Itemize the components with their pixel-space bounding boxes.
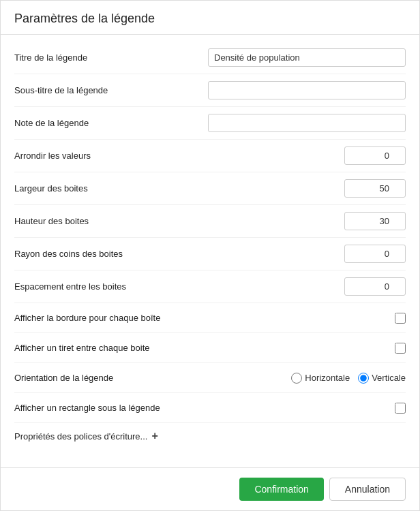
font-properties-row: Propriétés des polices d'écriture... + bbox=[14, 423, 406, 449]
radio-label-horizontale[interactable]: Horizontale bbox=[291, 373, 350, 384]
font-properties-plus[interactable]: + bbox=[151, 430, 158, 442]
radio-label-verticale[interactable]: Verticale bbox=[358, 373, 406, 384]
form-row-espacement: Espacement entre les boites bbox=[14, 270, 406, 303]
form-row-rayon: Rayon des coins des boites bbox=[14, 238, 406, 270]
cancel-button[interactable]: Annulation bbox=[329, 478, 406, 501]
form-row-sous-titre: Sous-titre de la légende bbox=[14, 74, 406, 107]
input-titre[interactable] bbox=[208, 48, 406, 67]
radio-text-verticale: Verticale bbox=[372, 373, 406, 383]
radio-text-horizontale: Horizontale bbox=[305, 373, 350, 383]
confirm-button[interactable]: Confirmation bbox=[239, 478, 323, 501]
dialog-body: Titre de la légende Sous-titre de la lég… bbox=[1, 35, 419, 467]
form-row-bordure: Afficher la bordure pour chaque boîte bbox=[14, 303, 406, 333]
input-arrondir[interactable] bbox=[344, 146, 406, 165]
dialog-footer: Confirmation Annulation bbox=[1, 467, 419, 510]
label-sous-titre: Sous-titre de la légende bbox=[14, 85, 208, 95]
form-row-titre: Titre de la légende bbox=[14, 42, 406, 74]
radio-verticale[interactable] bbox=[358, 373, 369, 384]
checkbox-bordure[interactable] bbox=[395, 313, 406, 324]
form-row-note: Note de la légende bbox=[14, 107, 406, 140]
legend-settings-dialog: Paramètres de la légende Titre de la lég… bbox=[0, 0, 420, 511]
form-row-tiret: Afficher un tiret entre chaque boite bbox=[14, 333, 406, 363]
label-tiret: Afficher un tiret entre chaque boite bbox=[14, 343, 395, 353]
label-largeur: Largeur des boites bbox=[14, 183, 344, 193]
label-arrondir: Arrondir les valeurs bbox=[14, 151, 344, 161]
label-titre: Titre de la légende bbox=[14, 52, 208, 63]
input-rayon[interactable] bbox=[344, 245, 406, 263]
form-row-hauteur: Hauteur des boites bbox=[14, 205, 406, 238]
label-bordure: Afficher la bordure pour chaque boîte bbox=[14, 313, 395, 323]
label-hauteur: Hauteur des boites bbox=[14, 216, 344, 226]
input-espacement[interactable] bbox=[344, 277, 406, 296]
dialog-title: Paramètres de la légende bbox=[14, 12, 406, 26]
form-row-rectangle: Afficher un rectangle sous la légende bbox=[14, 393, 406, 423]
form-row-arrondir: Arrondir les valeurs bbox=[14, 140, 406, 172]
label-orientation: Orientation de la légende bbox=[14, 373, 291, 383]
label-espacement: Espacement entre les boites bbox=[14, 281, 344, 292]
input-largeur[interactable] bbox=[344, 179, 406, 198]
form-row-orientation: Orientation de la légende Horizontale Ve… bbox=[14, 363, 406, 393]
checkbox-tiret[interactable] bbox=[395, 343, 406, 354]
input-hauteur[interactable] bbox=[344, 212, 406, 230]
dialog-header: Paramètres de la légende bbox=[1, 1, 419, 35]
radio-group-orientation: Horizontale Verticale bbox=[291, 373, 406, 384]
input-note[interactable] bbox=[208, 114, 406, 132]
label-rayon: Rayon des coins des boites bbox=[14, 249, 344, 259]
radio-horizontale[interactable] bbox=[291, 373, 302, 384]
form-row-largeur: Largeur des boites bbox=[14, 172, 406, 205]
input-sous-titre[interactable] bbox=[208, 81, 406, 99]
label-rectangle: Afficher un rectangle sous la légende bbox=[14, 403, 395, 413]
label-note: Note de la légende bbox=[14, 118, 208, 128]
font-properties-label: Propriétés des polices d'écriture... bbox=[14, 431, 147, 442]
checkbox-rectangle[interactable] bbox=[395, 403, 406, 414]
